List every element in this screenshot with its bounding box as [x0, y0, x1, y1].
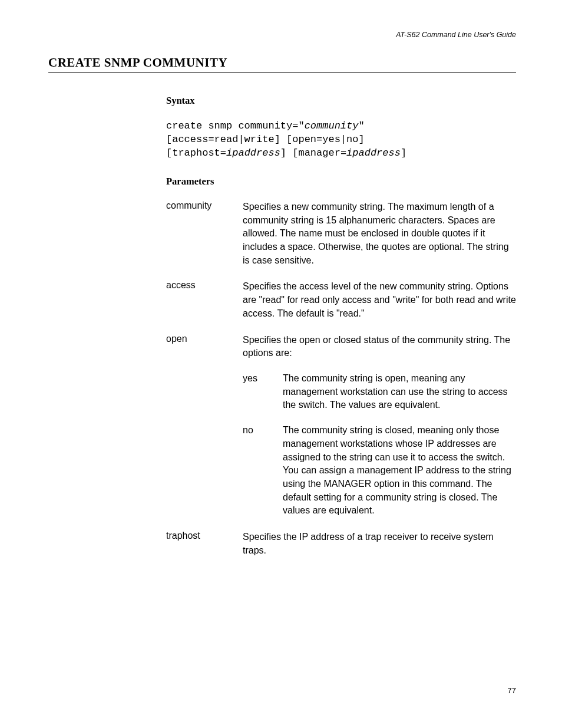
param-desc: Specifies the open or closed status of t…: [243, 334, 516, 518]
syntax-text: ] [manager=: [280, 147, 346, 159]
param-row-community: community Specifies a new community stri…: [166, 200, 516, 268]
param-name: access: [166, 280, 243, 291]
param-desc: Specifies a new community string. The ma…: [243, 200, 516, 268]
param-desc-text: Specifies the open or closed status of t…: [243, 335, 510, 358]
syntax-text: [traphost=: [166, 147, 226, 159]
syntax-heading: Syntax: [166, 95, 516, 107]
running-header: AT-S62 Command Line User's Guide: [48, 31, 516, 39]
syntax-placeholder: ipaddress: [346, 147, 401, 159]
content-block: Syntax create snmp community="community"…: [166, 95, 516, 558]
syntax-text: ": [358, 120, 364, 131]
syntax-text: create snmp community=": [166, 120, 305, 131]
param-row-open: open Specifies the open or closed status…: [166, 334, 516, 518]
param-desc: Specifies the IP address of a trap recei…: [243, 531, 516, 557]
sub-name: yes: [243, 372, 283, 386]
syntax-placeholder: community: [305, 120, 359, 131]
syntax-placeholder: ipaddress: [226, 147, 280, 159]
sub-row-yes: yes The community string is open, meanin…: [243, 372, 516, 412]
parameters-table: community Specifies a new community stri…: [166, 200, 516, 558]
param-name: community: [166, 200, 243, 211]
syntax-text: [access=read|write] [open=yes|no]: [166, 134, 365, 145]
sub-desc: The community string is closed, meaning …: [283, 424, 516, 518]
sub-row-no: no The community string is closed, meani…: [243, 424, 516, 518]
param-row-traphost: traphost Specifies the IP address of a t…: [166, 531, 516, 557]
param-row-access: access Specifies the access level of the…: [166, 280, 516, 320]
param-name: traphost: [166, 531, 243, 541]
parameters-heading: Parameters: [166, 176, 516, 187]
page-title: CREATE SNMP COMMUNITY: [48, 55, 516, 73]
syntax-text: ]: [401, 147, 406, 159]
syntax-code: create snmp community="community" [acces…: [166, 120, 516, 160]
param-name: open: [166, 334, 243, 344]
page-number: 77: [508, 686, 516, 695]
sub-desc: The community string is open, meaning an…: [283, 372, 516, 412]
param-desc: Specifies the access level of the new co…: [243, 280, 516, 320]
sub-name: no: [243, 424, 283, 437]
